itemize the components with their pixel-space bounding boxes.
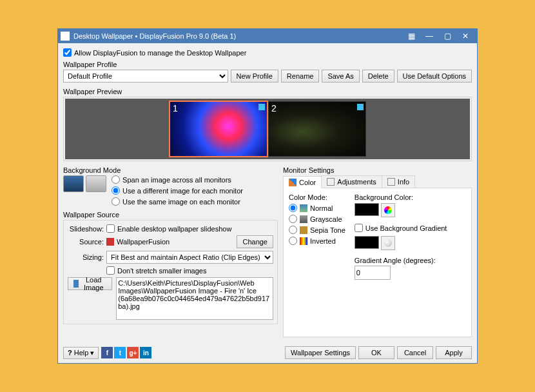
square-icon (327, 178, 335, 186)
load-image-button[interactable]: Load Image (68, 277, 112, 290)
bg-color-swatch (355, 203, 379, 216)
minimize-button[interactable]: — (420, 32, 438, 41)
source-icon (106, 238, 114, 246)
dont-stretch-checkbox[interactable]: Don't stretch smaller images (106, 266, 273, 275)
tab-body-color: Color Mode: Normal Grayscale Sepia Tone … (283, 188, 472, 337)
slideshow-label: Slideshow: (68, 225, 104, 233)
tab-color[interactable]: Color (283, 176, 322, 188)
inverted-icon (300, 237, 307, 245)
bg-mode-diff[interactable]: Use a different image for each monitor (112, 186, 243, 195)
wallpaper-profile-label: Wallpaper Profile (63, 61, 472, 68)
maximize-button[interactable]: ▢ (438, 32, 456, 41)
bg-mode-thumbs (63, 175, 106, 206)
settings-icon[interactable]: ▦ (402, 32, 420, 41)
left-column: Background Mode Span an image across all… (63, 166, 278, 337)
ok-button[interactable]: OK (358, 346, 394, 359)
bg-mode-group: Span an image across all monitors Use a … (63, 175, 278, 206)
change-source-button[interactable]: Change (237, 235, 273, 248)
background-color-group: Background Color: Use Background Gradien… (355, 193, 447, 280)
monitor-1-number: 1 (173, 103, 178, 113)
profile-select[interactable]: Default Profile (63, 70, 228, 83)
monitor-2-badge-icon (357, 104, 364, 110)
image-icon (73, 280, 79, 288)
color-mode-group: Color Mode: Normal Grayscale Sepia Tone … (289, 193, 345, 280)
monitor-1-badge-icon (258, 104, 265, 110)
sphere-icon (384, 239, 392, 247)
allow-manage-input[interactable] (63, 48, 72, 57)
delete-button[interactable]: Delete (362, 70, 394, 83)
allow-manage-checkbox[interactable]: Allow DisplayFusion to manage the Deskto… (63, 48, 472, 57)
pencil-icon (289, 179, 297, 186)
close-button[interactable]: ✕ (456, 32, 474, 41)
source-label: Wallpaper Source (63, 211, 278, 219)
save-as-button[interactable]: Save As (322, 70, 359, 83)
normal-icon (300, 204, 307, 212)
gradient-angle-label: Gradient Angle (degrees): (355, 257, 447, 264)
gradient-angle-input[interactable] (355, 266, 391, 280)
tab-info[interactable]: Info (382, 175, 415, 188)
monitor-2[interactable]: 2 (268, 101, 366, 157)
color-grayscale[interactable]: Grayscale (289, 215, 345, 223)
bg-mode-span[interactable]: Span an image across all monitors (112, 175, 243, 184)
preview-box: 1 2 (63, 97, 472, 161)
wallpaper-settings-button[interactable]: Wallpaper Settings (285, 346, 356, 359)
google-plus-icon[interactable]: g+ (127, 347, 139, 358)
allow-manage-label: Allow DisplayFusion to manage the Deskto… (74, 49, 246, 57)
facebook-icon[interactable]: f (101, 347, 113, 358)
mini-monitor-icon (86, 175, 106, 192)
color-normal[interactable]: Normal (289, 204, 345, 212)
source-field-label: Source: (68, 238, 104, 246)
tabs: Color Adjustments Info (283, 175, 472, 188)
cancel-button[interactable]: Cancel (397, 346, 433, 359)
bg-color-label: Background Color: (355, 193, 447, 201)
square-icon (387, 178, 395, 186)
source-value: WallpaperFusion (117, 238, 234, 246)
monitor-1[interactable]: 1 (169, 101, 268, 157)
window: Desktop Wallpaper • DisplayFusion Pro 9.… (57, 28, 478, 364)
sizing-select[interactable]: Fit Best and maintain Aspect Ratio (Clip… (106, 251, 273, 264)
titlebar: Desktop Wallpaper • DisplayFusion Pro 9.… (58, 29, 477, 43)
profile-row: Default Profile New Profile Rename Save … (63, 70, 472, 83)
content: Allow DisplayFusion to manage the Deskto… (58, 43, 477, 342)
color-wheel-icon (384, 206, 392, 214)
image-path[interactable]: C:\Users\Keith\Pictures\DisplayFusion\We… (116, 277, 273, 320)
slideshow-checkbox[interactable]: Enable desktop wallpaper slideshow (106, 224, 273, 233)
monitor-settings-label: Monitor Settings (283, 166, 472, 174)
bg-mode-label: Background Mode (63, 166, 278, 174)
app-icon (61, 32, 70, 41)
twitter-icon[interactable]: t (114, 347, 126, 358)
gradient-color-picker-button[interactable] (381, 236, 395, 250)
right-column: Monitor Settings Color Adjustments Info … (283, 166, 472, 337)
help-button[interactable]: ?Help ▾ (63, 347, 99, 359)
preview-label: Wallpaper Preview (63, 88, 472, 95)
social-links: f t g+ in (101, 347, 151, 358)
apply-button[interactable]: Apply (436, 346, 472, 359)
bg-mode-same[interactable]: Use the same image on each monitor (112, 197, 243, 206)
use-gradient-checkbox[interactable]: Use Background Gradient (355, 224, 447, 232)
new-profile-button[interactable]: New Profile (231, 70, 278, 83)
bg-color-picker-button[interactable] (381, 203, 395, 217)
linkedin-icon[interactable]: in (140, 347, 151, 358)
grayscale-icon (300, 215, 307, 223)
gradient-color-swatch (355, 236, 379, 249)
use-defaults-button[interactable]: Use Default Options (397, 70, 472, 83)
mini-monitor-icon (63, 175, 84, 192)
sepia-icon (300, 226, 307, 234)
preview-area: 1 2 (65, 99, 470, 159)
rename-button[interactable]: Rename (281, 70, 320, 83)
sizing-label: Sizing: (68, 253, 104, 261)
tab-adjustments[interactable]: Adjustments (321, 175, 382, 188)
window-title: Desktop Wallpaper • DisplayFusion Pro 9.… (73, 32, 402, 40)
monitor-2-number: 2 (271, 103, 277, 113)
color-inverted[interactable]: Inverted (289, 237, 345, 245)
source-group: Slideshow: Enable desktop wallpaper slid… (63, 220, 278, 324)
color-sepia[interactable]: Sepia Tone (289, 226, 345, 234)
footer: ?Help ▾ f t g+ in Wallpaper Settings OK … (58, 342, 477, 363)
color-mode-label: Color Mode: (289, 193, 345, 201)
